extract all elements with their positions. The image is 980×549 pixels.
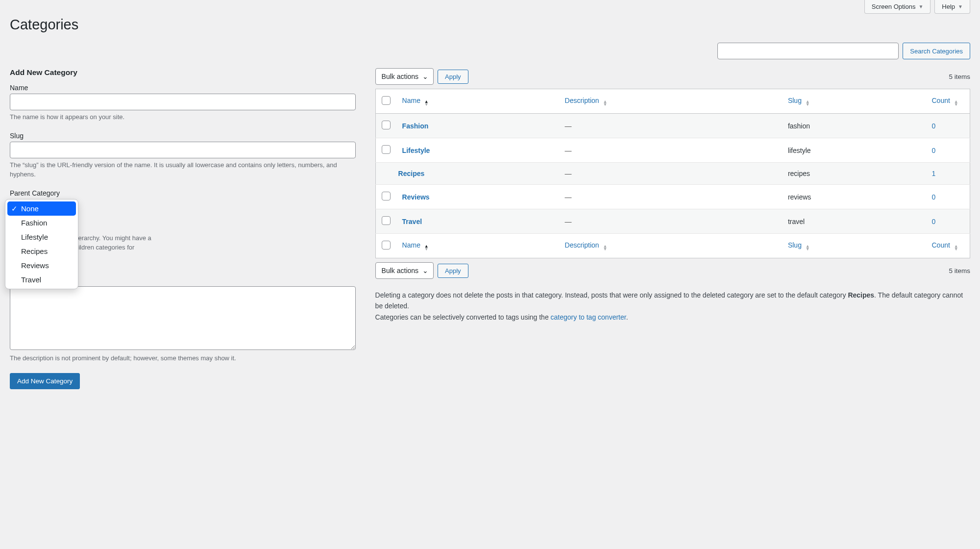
- category-name-link[interactable]: Recipes: [398, 170, 425, 177]
- parent-option-none[interactable]: ✓ None: [7, 201, 76, 216]
- parent-label: Parent Category: [10, 189, 356, 197]
- table-row: Fashion—fashion0: [375, 114, 970, 138]
- category-count-link[interactable]: 1: [932, 170, 936, 177]
- chevron-down-icon: ▼: [958, 4, 963, 9]
- items-count-top: 5 items: [949, 73, 970, 80]
- parent-option-travel[interactable]: Travel: [7, 273, 76, 287]
- category-slug: reviews: [788, 193, 811, 201]
- category-slug: travel: [788, 218, 805, 225]
- chevron-down-icon: ⌄: [422, 267, 428, 274]
- category-description: —: [565, 122, 572, 130]
- items-count-bottom: 5 items: [949, 267, 970, 274]
- slug-input[interactable]: [10, 142, 356, 158]
- bulk-actions-select-top[interactable]: Bulk actions ⌄: [375, 68, 434, 85]
- sort-icon: ▲▼: [424, 100, 429, 106]
- parent-option-reviews[interactable]: Reviews: [7, 258, 76, 273]
- apply-button-top[interactable]: Apply: [438, 70, 468, 84]
- category-slug: lifestyle: [788, 147, 811, 154]
- category-slug: fashion: [788, 122, 810, 130]
- form-title: Add New Category: [10, 68, 356, 77]
- row-checkbox[interactable]: [382, 145, 391, 154]
- category-description: —: [565, 170, 572, 177]
- help-tab[interactable]: Help ▼: [934, 0, 970, 14]
- table-row: Travel—travel0: [375, 209, 970, 234]
- table-row: Lifestyle—lifestyle0: [375, 138, 970, 163]
- category-name-link[interactable]: Fashion: [402, 122, 429, 130]
- sort-icon: ▲▼: [603, 100, 607, 106]
- category-name-link[interactable]: Reviews: [402, 193, 430, 201]
- name-label: Name: [10, 84, 356, 92]
- col-count-header[interactable]: Count ▲▼: [926, 89, 970, 114]
- help-label: Help: [942, 3, 955, 10]
- category-count-link[interactable]: 0: [932, 193, 936, 201]
- category-count-link[interactable]: 0: [932, 122, 936, 130]
- col-count-footer[interactable]: Count ▲▼: [926, 234, 970, 258]
- row-checkbox[interactable]: [382, 216, 391, 225]
- chevron-down-icon: ⌄: [422, 73, 428, 80]
- select-all-checkbox-bottom[interactable]: [382, 241, 391, 250]
- row-checkbox[interactable]: [382, 192, 391, 200]
- category-description: —: [565, 218, 572, 225]
- table-row: Reviews—reviews0: [375, 185, 970, 209]
- category-count-link[interactable]: 0: [932, 218, 936, 225]
- col-slug-header[interactable]: Slug ▲▼: [782, 89, 926, 114]
- bulk-actions-select-bottom[interactable]: Bulk actions ⌄: [375, 262, 434, 279]
- sort-icon: ▲▼: [954, 245, 958, 250]
- chevron-down-icon: ▼: [918, 4, 923, 9]
- slug-label: Slug: [10, 132, 356, 140]
- parent-option-fashion[interactable]: Fashion: [7, 216, 76, 230]
- sort-icon: ▲▼: [806, 245, 810, 250]
- description-help: The description is not prominent by defa…: [10, 353, 356, 363]
- parent-option-recipes[interactable]: Recipes: [7, 244, 76, 258]
- category-description: —: [565, 147, 572, 154]
- table-row: Recipes—recipes1: [375, 163, 970, 185]
- screen-options-label: Screen Options: [872, 3, 916, 10]
- col-slug-footer[interactable]: Slug ▲▼: [782, 234, 926, 258]
- sort-icon: ▲▼: [806, 100, 810, 106]
- sort-icon: ▲▼: [424, 245, 429, 250]
- apply-button-bottom[interactable]: Apply: [438, 264, 468, 278]
- category-count-link[interactable]: 0: [932, 147, 936, 154]
- category-name-link[interactable]: Lifestyle: [402, 147, 430, 154]
- row-checkbox[interactable]: [382, 121, 391, 129]
- search-button[interactable]: Search Categories: [903, 43, 970, 59]
- add-category-button[interactable]: Add New Category: [10, 373, 80, 389]
- slug-help: The “slug” is the URL-friendly version o…: [10, 160, 356, 179]
- check-icon: ✓: [11, 204, 18, 213]
- col-description-header[interactable]: Description ▲▼: [559, 89, 782, 114]
- name-input[interactable]: [10, 94, 356, 110]
- sort-icon: ▲▼: [954, 100, 958, 106]
- select-all-checkbox-top[interactable]: [382, 96, 391, 105]
- col-name-header[interactable]: Name ▲▼: [396, 89, 559, 114]
- footer-notes: Deleting a category does not delete the …: [375, 290, 970, 323]
- parent-dropdown: ✓ None Fashion Lifestyle Recipes Reviews…: [5, 199, 78, 289]
- sort-icon: ▲▼: [603, 245, 607, 250]
- search-input[interactable]: [717, 43, 899, 59]
- category-to-tag-link[interactable]: category to tag converter: [551, 313, 626, 321]
- description-input[interactable]: [10, 286, 356, 350]
- col-description-footer[interactable]: Description ▲▼: [559, 234, 782, 258]
- col-name-footer[interactable]: Name ▲▼: [396, 234, 559, 258]
- category-slug: recipes: [788, 170, 810, 177]
- screen-options-tab[interactable]: Screen Options ▼: [864, 0, 931, 14]
- parent-option-lifestyle[interactable]: Lifestyle: [7, 230, 76, 244]
- category-description: —: [565, 193, 572, 201]
- category-name-link[interactable]: Travel: [402, 218, 422, 225]
- name-help: The name is how it appears on your site.: [10, 112, 356, 122]
- page-title: Categories: [10, 17, 970, 33]
- categories-table: Name ▲▼ Description ▲▼ Slug ▲▼ Count ▲▼: [375, 89, 970, 258]
